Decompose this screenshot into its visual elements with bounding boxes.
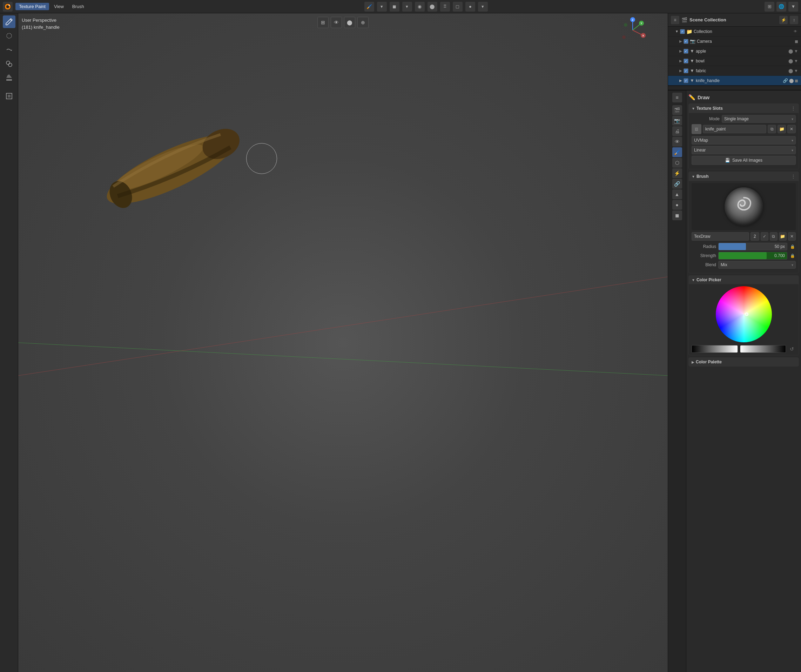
texture-slots-options[interactable]: ⋮ (791, 106, 796, 111)
zoom-btn[interactable]: ⊕ (357, 17, 368, 28)
outliner-item-camera[interactable]: ▶ ✓ 📷 Camera ◼ (668, 37, 801, 46)
props-tab-particle[interactable]: ⬡ (672, 158, 682, 168)
tool-fill[interactable] (3, 72, 15, 84)
apple-actions: ⬤ ▼ (788, 49, 798, 54)
apple-mesh-icon: ▼ (690, 48, 694, 54)
tool-clone[interactable] (3, 58, 15, 70)
bowl-name: bowl (696, 59, 787, 63)
radius-label: Radius (692, 244, 716, 249)
shading-circle[interactable]: ⬤ (428, 2, 437, 11)
save-all-images-btn[interactable]: 💾 Save All Images (692, 156, 796, 165)
black-bar[interactable] (740, 345, 786, 353)
sort-btn[interactable]: ↕ (790, 16, 798, 24)
tool-smear[interactable] (3, 43, 15, 56)
props-tab-render[interactable]: 📷 (672, 116, 682, 125)
radius-value: 50 px (775, 244, 785, 249)
header-right-btn2[interactable]: 🌐 (777, 2, 786, 11)
color-palette-arrow: ▶ (692, 360, 694, 364)
strength-slider[interactable]: 0.700 (718, 252, 787, 260)
linear-field[interactable]: Linear ▾ (692, 146, 796, 154)
props-tab-texture[interactable]: ◼ (672, 211, 682, 220)
outliner-menu-btn[interactable]: ≡ (671, 16, 679, 24)
shading-dropdown[interactable]: ▾ (478, 2, 488, 11)
color-picker-header[interactable]: ▼ Color Picker (689, 276, 799, 284)
brush-copy-btn[interactable]: ⧉ (770, 232, 777, 241)
brush-name-field[interactable]: TexDraw (692, 232, 749, 241)
collection-vis-btn[interactable]: 👁 (793, 29, 798, 34)
outliner-item-apple[interactable]: ▶ ✓ ▼ apple ⬤ ▼ (668, 46, 801, 56)
color-refresh-btn[interactable]: ↺ (788, 345, 796, 353)
uvmap-field[interactable]: UVMap ▾ (692, 136, 796, 145)
ortho-btn[interactable]: ⊞ (317, 17, 329, 28)
shading-rendered[interactable]: ● (465, 2, 475, 11)
white-bar[interactable] (692, 345, 738, 353)
outliner-item-collection[interactable]: ▼ ✓ 📁 Collection 👁 (668, 27, 801, 37)
props-tab-output[interactable]: 🖨 (672, 126, 682, 136)
texture-slots-arrow: ▼ (692, 107, 695, 111)
linear-value: Linear (694, 148, 706, 153)
brush-close-btn[interactable]: ✕ (788, 232, 796, 241)
strength-lock-btn[interactable]: 🔒 (790, 252, 796, 259)
outliner-item-fabric[interactable]: ▶ ✓ ▼ fabric ⬤ ▼ (668, 66, 801, 76)
filter-btn[interactable]: ⚡ (779, 16, 788, 24)
tool-soften[interactable] (3, 29, 15, 42)
props-tab-data[interactable]: ▲ (672, 190, 682, 199)
brush-preview (725, 187, 763, 226)
knife-checkbox[interactable]: ✓ (684, 78, 688, 83)
knife-icon3: ◼ (795, 78, 798, 83)
texture-slots-header[interactable]: ▼ Texture Slots ⋮ (689, 104, 799, 113)
texture-slots-body: Mode Single Image ▾ 🖼 (689, 113, 799, 169)
nav-gizmo[interactable]: Z Y X (619, 16, 647, 44)
outliner-panel: ≡ 🎬 Scene Collection ⚡ ↕ ▼ ✓ 📁 Collectio… (668, 13, 801, 90)
props-tab-view[interactable]: 👁 (672, 137, 682, 146)
image-folder-btn[interactable]: 📁 (777, 125, 786, 133)
tool-draw[interactable] (3, 15, 15, 28)
tool-icon-1[interactable]: 🖌️ (364, 2, 374, 11)
props-tab-menu[interactable]: ≡ (672, 93, 682, 103)
mode-icon[interactable]: ◼ (389, 2, 399, 11)
tool-mask[interactable] (3, 90, 15, 103)
blender-logo[interactable] (3, 2, 13, 11)
image-close-btn[interactable]: ✕ (787, 125, 796, 133)
fabric-checkbox[interactable]: ✓ (684, 68, 688, 73)
menu-texture-paint[interactable]: Texture Paint (15, 3, 49, 10)
tool-dropdown[interactable]: ▾ (377, 2, 387, 11)
props-tab-brush[interactable]: 🖌️ (672, 147, 682, 157)
props-tab-material[interactable]: ● (672, 200, 682, 210)
brush-folder-btn[interactable]: 📁 (779, 232, 787, 241)
camera-expand-icon: ▶ (679, 39, 682, 43)
color-cursor (745, 312, 748, 316)
menu-view[interactable]: View (50, 3, 68, 10)
camera-checkbox[interactable]: ✓ (684, 39, 688, 44)
radius-slider[interactable]: 50 px (718, 243, 787, 251)
walk-btn[interactable]: ⬤ (344, 17, 355, 28)
brush-header[interactable]: ▼ Brush ⋮ (689, 172, 799, 181)
mode-dropdown[interactable]: ▾ (402, 2, 412, 11)
header-right-btn1[interactable]: ⊞ (764, 2, 774, 11)
image-copy-btn[interactable]: ⧉ (768, 125, 776, 133)
color-wheel[interactable] (716, 286, 772, 342)
outliner-item-bowl[interactable]: ▶ ✓ ▼ bowl ⬤ ▼ (668, 56, 801, 66)
props-tab-physics[interactable]: ⚡ (672, 168, 682, 178)
overlay-btn[interactable]: ◉ (415, 2, 425, 11)
outliner-item-knife-handle[interactable]: ▶ ✓ ▼ knife_handle 🔗 ⬤ ◼ (668, 76, 801, 85)
header-right-btn3[interactable]: ▼ (788, 2, 798, 11)
blend-dropdown[interactable]: Mix ▾ (718, 261, 796, 268)
camera-btn[interactable]: 👁 (331, 17, 342, 28)
mode-dropdown[interactable]: Single Image ▾ (722, 115, 796, 123)
bowl-checkbox[interactable]: ✓ (684, 59, 688, 63)
radius-lock-btn[interactable]: 🔒 (790, 243, 796, 250)
menu-brush[interactable]: Brush (69, 3, 88, 10)
shading-dots[interactable]: ⠿ (440, 2, 450, 11)
props-tab-scene[interactable]: 🎬 (672, 105, 682, 115)
props-tab-constraint[interactable]: 🔗 (672, 179, 682, 189)
apple-checkbox[interactable]: ✓ (684, 49, 688, 54)
viewport[interactable]: User Perspective (181) knife_handle ⊞ 👁 … (18, 13, 668, 672)
knife-mesh-icon: ▼ (690, 78, 694, 83)
brush-check-btn[interactable]: ✓ (761, 232, 768, 241)
brush-options[interactable]: ⋮ (791, 174, 796, 179)
image-name-field[interactable]: knife_paint (703, 125, 766, 133)
shading-wire[interactable]: ◻ (453, 2, 463, 11)
color-palette-header[interactable]: ▶ Color Palette (689, 358, 799, 366)
collection-checkbox[interactable]: ✓ (680, 29, 685, 34)
